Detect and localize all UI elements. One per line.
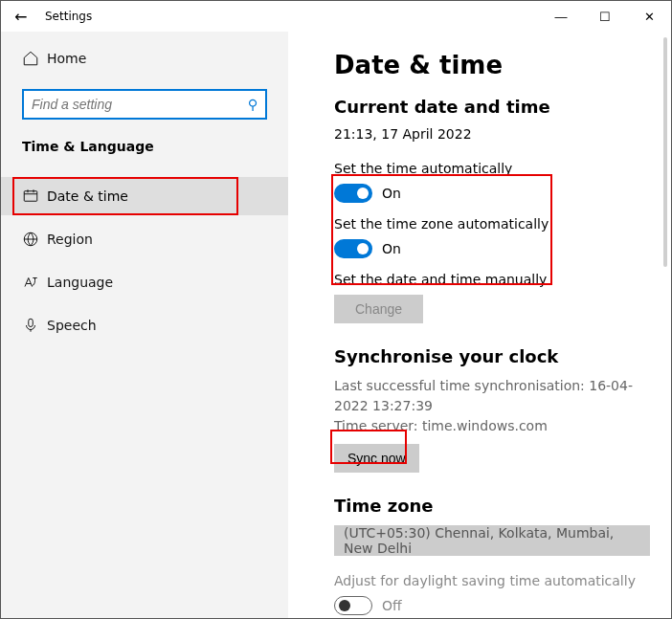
sidebar-item-label: Region bbox=[47, 232, 93, 247]
sidebar-home-label: Home bbox=[47, 51, 86, 66]
auto-tz-toggle[interactable] bbox=[334, 239, 372, 258]
timezone-select: (UTC+05:30) Chennai, Kolkata, Mumbai, Ne… bbox=[334, 525, 650, 556]
sidebar-item-region[interactable]: Region bbox=[1, 220, 288, 258]
scrollbar[interactable] bbox=[663, 37, 667, 267]
auto-tz-state: On bbox=[382, 241, 401, 256]
sidebar-item-date-time[interactable]: Date & time bbox=[1, 177, 288, 215]
window-body: Home ⚲ Time & Language Date & time bbox=[1, 32, 671, 618]
globe-icon bbox=[22, 231, 47, 248]
change-button: Change bbox=[334, 295, 423, 323]
timezone-value: (UTC+05:30) Chennai, Kolkata, Mumbai, Ne… bbox=[344, 525, 640, 556]
auto-time-toggle[interactable] bbox=[334, 184, 372, 203]
sidebar-item-label: Speech bbox=[47, 318, 97, 333]
sidebar-item-label: Date & time bbox=[47, 188, 128, 204]
sync-info: Last successful time synchronisation: 16… bbox=[334, 376, 646, 436]
minimize-button[interactable]: ― bbox=[539, 1, 583, 32]
settings-window: ← Settings ― ☐ ✕ Home ⚲ Time & Language bbox=[0, 0, 672, 619]
dst-state: Off bbox=[382, 598, 402, 613]
home-icon bbox=[22, 50, 47, 67]
sidebar: Home ⚲ Time & Language Date & time bbox=[1, 32, 288, 618]
current-datetime-heading: Current date and time bbox=[334, 97, 646, 117]
sync-last: Last successful time synchronisation: 16… bbox=[334, 376, 646, 416]
sidebar-category: Time & Language bbox=[1, 139, 288, 154]
close-button[interactable]: ✕ bbox=[627, 1, 671, 32]
sidebar-item-language[interactable]: Language bbox=[1, 263, 288, 301]
back-arrow-icon[interactable]: ← bbox=[14, 8, 37, 26]
dst-label: Adjust for daylight saving time automati… bbox=[334, 573, 646, 588]
sidebar-item-speech[interactable]: Speech bbox=[1, 306, 288, 344]
svg-rect-0 bbox=[24, 191, 37, 202]
dst-toggle bbox=[334, 596, 372, 615]
titlebar: ← Settings ― ☐ ✕ bbox=[1, 1, 671, 32]
auto-tz-label: Set the time zone automatically bbox=[334, 216, 646, 232]
sync-server: Time server: time.windows.com bbox=[334, 416, 646, 436]
manual-set-label: Set the date and time manually bbox=[334, 272, 646, 287]
search-input[interactable] bbox=[32, 97, 248, 112]
auto-time-state: On bbox=[382, 186, 401, 201]
window-title: Settings bbox=[45, 10, 92, 23]
clock-icon bbox=[22, 188, 47, 205]
search-icon: ⚲ bbox=[248, 97, 258, 112]
timezone-heading: Time zone bbox=[334, 496, 646, 516]
window-controls: ― ☐ ✕ bbox=[539, 1, 671, 32]
auto-time-label: Set the time automatically bbox=[334, 161, 646, 176]
microphone-icon bbox=[22, 317, 47, 334]
sidebar-home[interactable]: Home bbox=[1, 39, 288, 77]
maximize-button[interactable]: ☐ bbox=[583, 1, 627, 32]
sync-now-button[interactable]: Sync now bbox=[334, 444, 419, 473]
sync-heading: Synchronise your clock bbox=[334, 346, 646, 366]
sidebar-item-label: Language bbox=[47, 275, 113, 290]
svg-rect-2 bbox=[29, 319, 34, 326]
language-icon bbox=[22, 274, 47, 291]
page-title: Date & time bbox=[334, 51, 646, 79]
content-pane: Date & time Current date and time 21:13,… bbox=[288, 32, 671, 618]
search-box[interactable]: ⚲ bbox=[22, 89, 267, 120]
current-datetime-value: 21:13, 17 April 2022 bbox=[334, 126, 646, 142]
search-wrap: ⚲ bbox=[1, 89, 288, 120]
